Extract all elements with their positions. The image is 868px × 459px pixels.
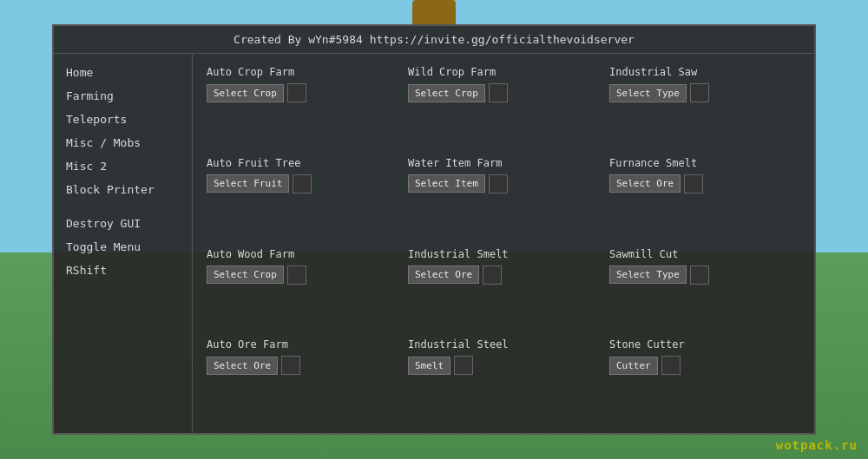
farm-title: Auto Fruit Tree (207, 157, 398, 169)
farm-card-4: Water Item FarmSelect Item (408, 157, 599, 239)
farm-title: Water Item Farm (408, 157, 599, 169)
farm-card-11: Stone CutterCutter (609, 338, 800, 421)
farm-controls: Select Item (408, 174, 599, 193)
sidebar-item (61, 205, 185, 208)
sidebar-item[interactable]: Misc / Mobs (61, 134, 185, 151)
farm-controls: Select Fruit (207, 174, 398, 193)
farm-title: Furnance Smelt (609, 157, 800, 169)
farm-controls: Select Crop (207, 83, 398, 102)
mini-box-9[interactable] (281, 356, 300, 375)
farm-controls: Select Crop (207, 266, 398, 285)
farm-controls: Select Ore (408, 266, 599, 285)
farm-title: Wild Crop Farm (408, 66, 599, 78)
mini-box-0[interactable] (287, 83, 306, 102)
player-head (412, 0, 456, 24)
farm-title: Sawmill Cut (609, 248, 800, 260)
farm-controls: Select Crop (408, 83, 599, 102)
farm-card-3: Auto Fruit TreeSelect Fruit (207, 157, 398, 239)
gui-panel: Created By wYn#5984 https://invite.gg/of… (52, 24, 816, 435)
sidebar-item[interactable]: Teleports (61, 111, 185, 128)
select-button-5[interactable]: Select Ore (609, 174, 681, 193)
select-button-7[interactable]: Select Ore (408, 266, 479, 284)
farm-controls: Smelt (408, 356, 599, 375)
mini-box-8[interactable] (690, 266, 709, 285)
mini-box-3[interactable] (293, 174, 312, 193)
select-button-4[interactable]: Select Item (408, 174, 485, 193)
farm-card-9: Auto Ore FarmSelect Ore (207, 338, 398, 421)
select-button-0[interactable]: Select Crop (207, 84, 284, 102)
sidebar-item[interactable]: Toggle Menu (61, 239, 185, 255)
farm-title: Industrial Saw (609, 66, 800, 78)
body: HomeFarmingTeleportsMisc / MobsMisc 2Blo… (54, 54, 814, 433)
farm-controls: Select Type (609, 266, 800, 285)
farm-card-2: Industrial SawSelect Type (609, 66, 800, 148)
farm-card-0: Auto Crop FarmSelect Crop (207, 66, 398, 148)
select-button-3[interactable]: Select Fruit (207, 174, 289, 193)
farm-card-8: Sawmill CutSelect Type (609, 248, 800, 331)
farm-controls: Cutter (609, 356, 800, 375)
mini-box-6[interactable] (287, 266, 306, 285)
farm-title: Auto Crop Farm (207, 66, 398, 78)
mini-box-1[interactable] (489, 83, 508, 102)
farm-title: Industrial Steel (408, 338, 599, 351)
select-button-11[interactable]: Cutter (609, 357, 658, 375)
main-grid: Auto Crop FarmSelect CropWild Crop FarmS… (193, 54, 814, 433)
farm-card-5: Furnance SmeltSelect Ore (609, 157, 800, 239)
header-text: Created By wYn#5984 https://invite.gg/of… (54, 26, 814, 54)
sidebar-item[interactable]: Home (61, 64, 185, 81)
mini-box-4[interactable] (489, 174, 508, 193)
sidebar: HomeFarmingTeleportsMisc / MobsMisc 2Blo… (54, 54, 193, 433)
farm-card-7: Industrial SmeltSelect Ore (408, 248, 599, 331)
farm-controls: Select Ore (207, 356, 398, 375)
select-button-10[interactable]: Smelt (408, 357, 450, 375)
select-button-9[interactable]: Select Ore (207, 357, 278, 375)
mini-box-5[interactable] (684, 174, 703, 193)
mini-box-7[interactable] (483, 266, 502, 285)
select-button-8[interactable]: Select Type (609, 266, 687, 284)
select-button-1[interactable]: Select Crop (408, 84, 485, 102)
mini-box-2[interactable] (690, 83, 709, 102)
sidebar-item[interactable]: RShift (61, 262, 185, 279)
farm-controls: Select Type (609, 83, 800, 102)
farm-title: Industrial Smelt (408, 248, 599, 260)
farm-card-1: Wild Crop FarmSelect Crop (408, 66, 599, 148)
farm-controls: Select Ore (609, 174, 800, 193)
mini-box-11[interactable] (661, 356, 681, 375)
mini-box-10[interactable] (454, 356, 473, 375)
sidebar-item[interactable]: Farming (61, 88, 185, 104)
farm-card-10: Industrial SteelSmelt (408, 338, 599, 421)
farm-title: Auto Ore Farm (207, 338, 398, 351)
farm-title: Auto Wood Farm (207, 248, 398, 260)
sidebar-item[interactable]: Destroy GUI (61, 215, 185, 232)
sidebar-item[interactable]: Block Printer (61, 181, 185, 198)
select-button-6[interactable]: Select Crop (207, 266, 284, 284)
farm-card-6: Auto Wood FarmSelect Crop (207, 248, 398, 331)
watermark: wotpack.ru (776, 438, 858, 452)
farm-title: Stone Cutter (609, 338, 800, 351)
sidebar-item[interactable]: Misc 2 (61, 158, 185, 174)
select-button-2[interactable]: Select Type (609, 84, 687, 102)
